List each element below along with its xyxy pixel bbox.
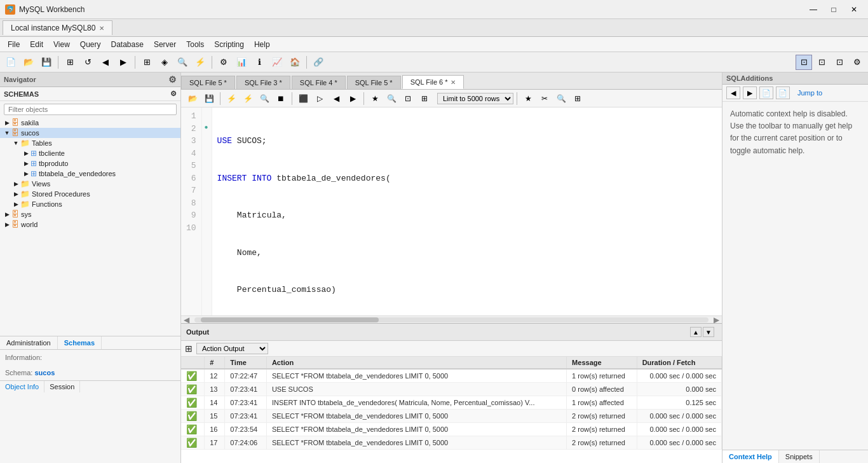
tb-tables[interactable]: ⊞ [139,55,155,70]
hscroll-thumb[interactable] [201,317,379,322]
tb-layout1[interactable]: ⊡ [796,55,812,70]
sql-prev-btn[interactable]: ◀ [329,92,344,106]
sql-run-btn[interactable]: ⚡ [224,92,239,106]
code-line-5: Percentual_comissao) [217,284,717,296]
sql-format-btn[interactable]: ⊞ [417,92,432,106]
limit-select[interactable]: Limit to 5000 rows Limit to 1000 rows Do… [437,93,513,104]
tab-session[interactable]: Session [44,381,80,392]
tb-new-tab[interactable]: ⊞ [62,55,78,70]
maximize-button[interactable]: □ [825,3,843,16]
menu-scripting[interactable]: Scripting [209,39,249,50]
filter-input[interactable] [4,104,177,115]
menu-database[interactable]: Database [106,39,149,50]
right-nav-doc2[interactable]: 📄 [776,86,790,99]
tree-item-sucos[interactable]: ▼ 🗄 sucos [0,128,180,138]
sql-wrap-btn[interactable]: ⊡ [400,92,416,106]
sql-columns-btn[interactable]: ⊞ [570,92,585,106]
menu-edit[interactable]: Edit [25,39,48,50]
close-button[interactable]: ✕ [845,3,863,16]
tree-item-functions[interactable]: ▶ 📁 Functions [0,199,180,209]
sql-zoom-out-btn[interactable]: 🔍 [553,92,569,106]
menu-view[interactable]: View [48,39,75,50]
tree-item-tbcliente[interactable]: ▶ ⊞ tbcliente [0,148,180,158]
tb-manage[interactable]: ⚙ [215,55,232,70]
tb-save[interactable]: 💾 [38,55,55,70]
minimize-button[interactable]: — [804,3,822,16]
tree-item-world[interactable]: ▶ 🗄 world [0,219,180,230]
col-header-action: Action [266,357,566,369]
tree-item-sys[interactable]: ▶ 🗄 sys [0,209,180,219]
output-scroll-up[interactable]: ▲ [690,327,702,337]
code-editor[interactable]: 12345 678910 ● USE SUCOS; INSERT INTO tb… [181,107,722,315]
tree-item-tbproduto[interactable]: ▶ ⊞ tbproduto [0,158,180,169]
tb-home[interactable]: 🏠 [287,55,303,70]
tb-refresh[interactable]: ↺ [79,55,96,70]
sql-run-sel-btn[interactable]: ⚡ [240,92,255,106]
sql-stop-btn[interactable]: ⏹ [273,92,288,106]
sql-tab-4-close[interactable]: ✕ [451,79,456,86]
sql-toggle-output-btn[interactable]: ⬛ [295,92,311,106]
sql-zoom-in-btn[interactable]: 🔍 [384,92,399,106]
tree-item-tbtabela[interactable]: ▶ ⊞ tbtabela_de_vendedores [0,169,180,179]
row-action-12: SELECT *FROM tbtabela_de_vendedores LIMI… [266,369,566,383]
sql-bookmark-btn[interactable]: ★ [367,92,383,106]
sql-tab-2[interactable]: SQL File 4 * [292,76,346,89]
menu-file[interactable]: File [3,39,25,50]
right-nav-doc1[interactable]: 📄 [759,86,773,99]
output-scroll-down[interactable]: ▼ [703,327,714,337]
toolbar-sep2 [135,56,135,69]
tb-open-file[interactable]: 📂 [20,55,37,70]
sql-run-all-btn[interactable]: ▷ [312,92,327,106]
sql-save-btn[interactable]: 💾 [201,92,217,106]
right-nav-fwd[interactable]: ▶ [743,86,757,99]
sql-open-btn[interactable]: 📂 [185,92,200,106]
jump-to-label[interactable]: Jump to [797,89,822,97]
tb-connections[interactable]: 🔗 [310,55,327,70]
schemas-options-icon[interactable]: ⚙ [170,90,177,98]
row-time-15: 07:23:41 [225,410,267,423]
menu-tools[interactable]: Tools [181,39,209,50]
editor-hscroll[interactable]: ◀ ▶ [181,315,722,323]
tree-item-views[interactable]: ▶ 📁 Views [0,179,180,189]
hscroll-track[interactable] [194,317,709,322]
tab-administration[interactable]: Administration [0,336,58,349]
tree-item-sakila[interactable]: ▶ 🗄 sakila [0,118,180,128]
tree-item-tables[interactable]: ▼ 📁 Tables [0,138,180,148]
right-nav-back[interactable]: ◀ [726,86,740,99]
tb-new-file[interactable]: 📄 [3,55,19,70]
navigator-options-icon[interactable]: ⚙ [168,74,177,85]
tb-explain[interactable]: ⚡ [192,55,208,70]
sql-explain-btn[interactable]: 🔍 [257,92,272,106]
action-output-select[interactable]: Action Output Text Output [196,343,268,354]
tb-search[interactable]: 🔍 [174,55,191,70]
tb-prev[interactable]: ◀ [97,55,114,70]
tree-item-stored-procedures[interactable]: ▶ 📁 Stored Procedures [0,189,180,199]
menu-query[interactable]: Query [75,39,106,50]
sql-add-filter-btn[interactable]: ★ [520,92,536,106]
instance-tab[interactable]: Local instance MySQL80 ✕ [3,20,112,35]
sql-next-btn[interactable]: ▶ [345,92,360,106]
tb-dashboard[interactable]: 📊 [233,55,250,70]
tab-context-help[interactable]: Context Help [722,450,779,463]
menu-server[interactable]: Server [149,39,181,50]
tb-layout3[interactable]: ⊡ [831,55,848,70]
menu-help[interactable]: Help [249,39,275,50]
sql-remove-filter-btn[interactable]: ✂ [537,92,552,106]
sql-tab-3[interactable]: SQL File 5 * [347,76,401,89]
tb-next[interactable]: ▶ [115,55,132,70]
tab-snippets[interactable]: Snippets [779,450,820,463]
sql-tab-4[interactable]: SQL File 6 * ✕ [402,75,464,89]
tb-perf[interactable]: 📈 [269,55,285,70]
sql-tab-1[interactable]: SQL File 3 * [236,76,290,89]
code-content[interactable]: USE SUCOS; INSERT INTO tbtabela_de_vende… [212,107,722,315]
tb-info[interactable]: ℹ [251,55,268,70]
sql-tab-0[interactable]: SQL File 5 * [181,76,235,89]
instance-tab-close[interactable]: ✕ [99,25,104,32]
row-msg-13: 0 row(s) affected [567,383,637,396]
tab-object-info[interactable]: Object Info [0,381,44,392]
folder-icon-stored-procedures: 📁 [20,190,30,198]
tab-schemas[interactable]: Schemas [58,336,102,349]
tb-layout2[interactable]: ⊡ [813,55,830,70]
tb-schema[interactable]: ◈ [156,55,173,70]
tb-settings[interactable]: ⚙ [849,55,865,70]
